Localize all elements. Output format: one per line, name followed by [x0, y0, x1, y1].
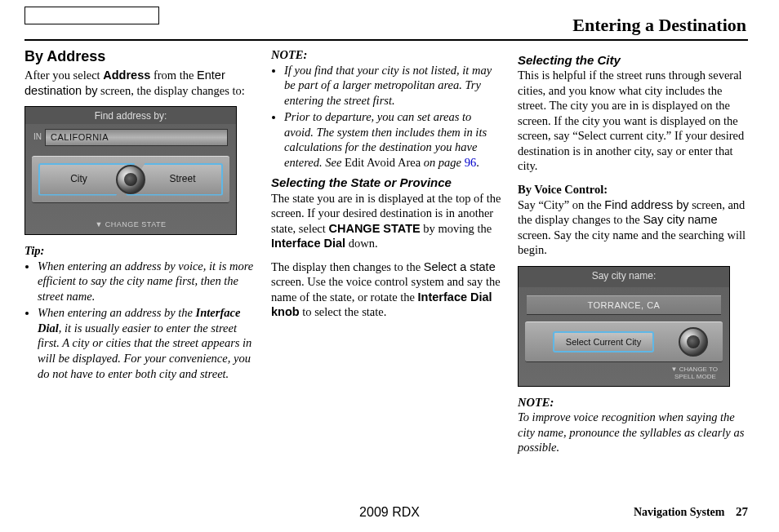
- label-change-state: CHANGE STATE: [328, 222, 420, 235]
- text: by moving the: [421, 222, 492, 235]
- note-list: If you find that your city is not listed…: [271, 63, 501, 171]
- header-rule: [24, 39, 748, 41]
- screenshot-find-address: Find address by: IN CALIFORNIA City Stre…: [24, 106, 237, 235]
- column-2: NOTE: If you find that your city is not …: [271, 47, 501, 455]
- footer-navsys: Navigation System: [634, 506, 725, 518]
- column-3: Selecting the City This is helpful if th…: [518, 47, 748, 455]
- tip-label: Tip:: [24, 243, 255, 259]
- text: on page: [421, 156, 465, 169]
- city-display: TORRANCE, CA: [527, 295, 721, 315]
- text: When entering an address by the: [38, 306, 196, 319]
- tip-list: When entering an address by voice, it is…: [24, 259, 255, 381]
- label-select-state: Select a state: [424, 260, 496, 273]
- text: After you select: [24, 69, 103, 82]
- screen2-panel: Select Current City: [525, 321, 723, 362]
- heading-by-address: By Address: [24, 47, 255, 66]
- text: down.: [345, 237, 377, 250]
- change-state-label[interactable]: ▼ CHANGE STATE: [25, 220, 236, 230]
- change-spell-mode[interactable]: ▼ CHANGE TO SPELL MODE: [671, 366, 718, 381]
- subheading-city: Selecting the City: [518, 52, 748, 68]
- screen2-title: Say city name:: [519, 267, 729, 287]
- text: The display then changes to the: [271, 260, 424, 273]
- note-paragraph: To improve voice recognition when saying…: [518, 410, 748, 455]
- city-paragraph-2: Say “City” on the Find address by screen…: [518, 197, 748, 258]
- state-paragraph-1: The state you are in is displayed at the…: [271, 191, 501, 251]
- screenshot-say-city: Say city name: TORRANCE, CA Select Curre…: [518, 266, 730, 387]
- label-say-city-name: Say city name: [643, 213, 717, 226]
- footer-right: Navigation System 27: [634, 505, 748, 519]
- city-paragraph-1: This is helpful if the street runs throu…: [518, 68, 748, 174]
- footer-page-number: 27: [736, 505, 748, 518]
- column-1: By Address After you select Address from…: [24, 47, 255, 455]
- blank-top-box: [24, 7, 159, 24]
- screen1-title: Find address by:: [25, 107, 236, 124]
- label-interface-dial: Interface Dial: [271, 237, 345, 250]
- tip-item-2: When entering an address by the Interfac…: [38, 305, 255, 381]
- in-label: IN: [33, 132, 42, 143]
- label-address: Address: [103, 69, 150, 82]
- select-current-city-button[interactable]: Select Current City: [553, 331, 654, 352]
- intro-paragraph: After you select Address from the Enter …: [24, 68, 255, 98]
- page-link-96[interactable]: 96: [465, 156, 477, 169]
- dial-wrap: [679, 327, 708, 357]
- footer-model: 2009 RDX: [359, 505, 420, 520]
- note-item-2: Prior to departure, you can set areas to…: [284, 109, 501, 170]
- text: from the: [150, 69, 197, 82]
- interface-dial-icon[interactable]: [116, 165, 145, 194]
- label-find-address-by: Find address by: [604, 198, 688, 211]
- note-item-1: If you find that your city is not listed…: [284, 63, 501, 109]
- screen1-button-panel: City Street: [32, 156, 229, 203]
- tip-item-1: When entering an address by voice, it is…: [38, 259, 255, 304]
- state-field[interactable]: CALIFORNIA: [45, 129, 228, 145]
- label-edit-avoid: Edit Avoid Area: [345, 156, 421, 169]
- text: .: [476, 156, 479, 169]
- note-label-2: NOTE:: [518, 395, 748, 410]
- text: screen. Say the city name and the search…: [518, 228, 746, 257]
- text: to select the state.: [300, 305, 387, 318]
- text: , it is usually easier to enter the stre…: [38, 321, 252, 380]
- text: screen, the display changes to:: [97, 84, 244, 97]
- interface-dial-icon[interactable]: [679, 327, 708, 357]
- voice-control-label: By Voice Control:: [518, 182, 748, 197]
- text: Say “City” on the: [518, 198, 604, 211]
- state-paragraph-2: The display then changes to the Select a…: [271, 259, 501, 320]
- subheading-state: Selecting the State or Province: [271, 175, 501, 190]
- note-label: NOTE:: [271, 47, 501, 63]
- footer: 2009 RDX Navigation System 27: [0, 505, 779, 519]
